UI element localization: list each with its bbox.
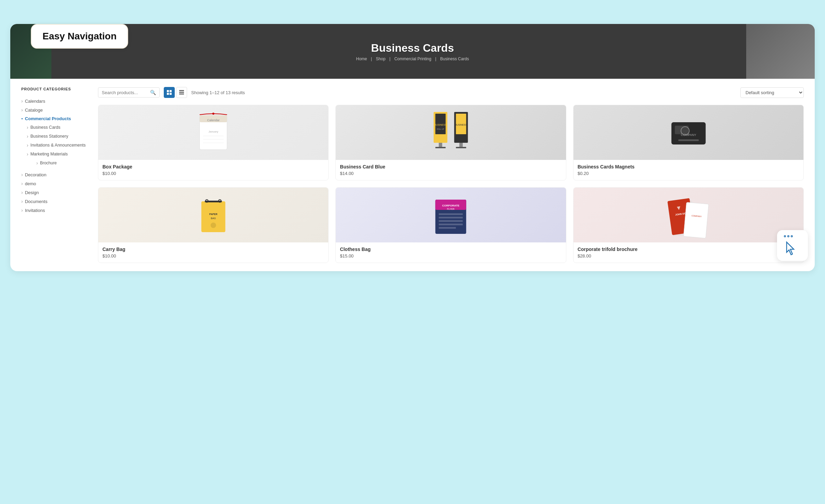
svg-text:PAPER: PAPER	[209, 213, 218, 215]
product-image-box-package: Calendar January	[98, 105, 328, 160]
sidebar-sub-commercial: Business Cards Business Stationery Invit…	[21, 123, 90, 167]
list-view-button[interactable]	[176, 87, 187, 98]
product-card-business-card-blue[interactable]: BUSINESS ROLL UP BUSINESS	[335, 105, 566, 180]
sidebar-item-brochure[interactable]: Brochure	[36, 159, 90, 167]
svg-text:CORPORATE: CORPORATE	[442, 204, 460, 207]
product-price-clothess-bag: $15.00	[340, 253, 562, 259]
product-info-corporate: Corporate trifold brochure $28.00	[574, 242, 803, 263]
results-text: Showing 1–12 of 13 results	[191, 90, 736, 95]
product-price-carry-bag: $10.00	[102, 253, 324, 259]
product-grid: Calendar January Box Package $	[98, 105, 804, 263]
sidebar-item-invitations[interactable]: Invitations	[21, 206, 90, 215]
product-image-cards-magnets: COMPANY	[574, 105, 803, 160]
sidebar-label-business-stationery: Business Stationery	[30, 134, 68, 139]
sidebar-label-brochure: Brochure	[40, 161, 57, 165]
product-image-clothess-bag: CORPORATE FLYER	[336, 188, 566, 242]
svg-rect-6	[179, 93, 184, 94]
svg-rect-0	[167, 90, 169, 92]
svg-rect-39	[439, 213, 463, 215]
product-name-corporate: Corporate trifold brochure	[578, 247, 799, 252]
product-info-cards-magnets: Business Cards Magnets $0.20	[574, 160, 803, 180]
svg-text:Calendar: Calendar	[207, 118, 220, 122]
svg-text:January: January	[208, 130, 218, 133]
product-card-box-package[interactable]: Calendar January Box Package $	[98, 105, 329, 180]
sidebar-item-calendars[interactable]: Calendars	[21, 97, 90, 105]
breadcrumb-commercial[interactable]: Commercial Printing	[394, 56, 431, 61]
sidebar-item-commercial-products[interactable]: Commercial Products	[21, 114, 90, 123]
sidebar-label-documents: Documents	[25, 199, 48, 204]
breadcrumb-home[interactable]: Home	[356, 56, 367, 61]
view-toggle	[164, 87, 187, 98]
hero-banner: Business Cards Home | Shop | Commercial …	[10, 24, 815, 79]
sidebar-label-business-cards: Business Cards	[30, 125, 61, 130]
svg-rect-1	[170, 90, 172, 92]
product-info-clothess-bag: Clothess Bag $15.00	[336, 242, 566, 263]
sidebar-label-commercial-products: Commercial Products	[25, 116, 71, 121]
product-name-business-card-blue: Business Card Blue	[340, 164, 562, 169]
product-name-clothess-bag: Clothess Bag	[340, 247, 562, 252]
product-name-carry-bag: Carry Bag	[102, 247, 324, 252]
sidebar-label-cataloge: Cataloge	[25, 108, 43, 113]
search-icon[interactable]: 🔍	[150, 90, 156, 95]
main-content-card: Business Cards Home | Shop | Commercial …	[10, 24, 815, 271]
sidebar-item-business-stationery[interactable]: Business Stationery	[27, 132, 90, 141]
svg-rect-20	[459, 143, 463, 147]
product-card-clothess-bag[interactable]: CORPORATE FLYER Clothess Bag $	[335, 187, 566, 263]
svg-rect-27	[678, 139, 699, 141]
sidebar-item-invitations-announcements[interactable]: Invitations & Announcements	[27, 141, 90, 150]
sidebar-item-design[interactable]: Design	[21, 188, 90, 197]
grid-view-button[interactable]	[164, 87, 175, 98]
breadcrumb-current[interactable]: Business Cards	[440, 56, 469, 61]
hero-title: Business Cards	[371, 42, 454, 54]
search-input[interactable]	[102, 90, 148, 95]
cursor-badge	[777, 230, 808, 261]
badge-title: Easy Navigation	[42, 31, 116, 42]
sidebar-label-design: Design	[25, 190, 39, 195]
product-price-box-package: $10.00	[102, 171, 324, 176]
product-card-business-cards-magnets[interactable]: COMPANY Business Cards Magnets $0.20	[573, 105, 804, 180]
sidebar-item-cataloge[interactable]: Cataloge	[21, 105, 90, 114]
right-panel: 🔍	[98, 87, 804, 263]
sidebar: PRODUCT CATEGORIES Calendars Cataloge Co…	[21, 87, 90, 263]
svg-rect-40	[439, 217, 463, 218]
sidebar-sub2: Brochure	[27, 159, 90, 167]
sidebar-title: PRODUCT CATEGORIES	[21, 87, 90, 91]
content-area: PRODUCT CATEGORIES Calendars Cataloge Co…	[10, 79, 815, 271]
product-price-business-card-blue: $14.00	[340, 171, 562, 176]
search-box[interactable]: 🔍	[98, 87, 160, 98]
svg-rect-41	[439, 220, 463, 222]
sort-select[interactable]: Default sorting Sort by popularity Sort …	[740, 87, 804, 98]
svg-rect-42	[439, 224, 463, 225]
product-info-business-card-blue: Business Card Blue $14.00	[336, 160, 566, 180]
svg-text:BAG: BAG	[211, 217, 216, 219]
breadcrumb-shop[interactable]: Shop	[376, 56, 385, 61]
product-card-corporate-trifold[interactable]: new JOHN DOE COMPANY	[573, 187, 804, 263]
sidebar-item-marketing-materials[interactable]: Marketing Materials	[27, 150, 90, 159]
toolbar: 🔍	[98, 87, 804, 98]
svg-rect-22	[456, 147, 466, 148]
sidebar-label-marketing-materials: Marketing Materials	[30, 152, 68, 156]
sidebar-label-invitations-announcements: Invitations & Announcements	[30, 143, 86, 148]
sidebar-item-decoration[interactable]: Decoration	[21, 170, 90, 179]
product-info-box-package: Box Package $10.00	[98, 160, 328, 180]
breadcrumb: Home | Shop | Commercial Printing | Busi…	[355, 56, 470, 61]
svg-rect-43	[439, 227, 456, 229]
svg-text:FLYER: FLYER	[447, 208, 455, 210]
svg-text:BUSINESS: BUSINESS	[434, 124, 447, 126]
product-image-business-card-blue: BUSINESS ROLL UP BUSINESS	[336, 105, 566, 160]
sidebar-label-demo: demo	[25, 181, 36, 186]
product-image-carry-bag: PAPER BAG	[98, 188, 328, 242]
sidebar-item-business-cards[interactable]: Business Cards	[27, 123, 90, 132]
svg-text:COMPANY: COMPANY	[681, 133, 696, 137]
svg-rect-48	[684, 202, 709, 238]
product-price-cards-magnets: $0.20	[578, 171, 799, 176]
product-info-carry-bag: Carry Bag $10.00	[98, 242, 328, 263]
svg-point-34	[211, 223, 216, 228]
svg-rect-3	[170, 93, 172, 95]
svg-rect-5	[179, 92, 184, 93]
svg-text:ROLL UP: ROLL UP	[437, 128, 444, 130]
product-name-box-package: Box Package	[102, 164, 324, 169]
sidebar-item-demo[interactable]: demo	[21, 179, 90, 188]
product-card-carry-bag[interactable]: PAPER BAG Carry Bag $10.00	[98, 187, 329, 263]
sidebar-item-documents[interactable]: Documents	[21, 197, 90, 206]
